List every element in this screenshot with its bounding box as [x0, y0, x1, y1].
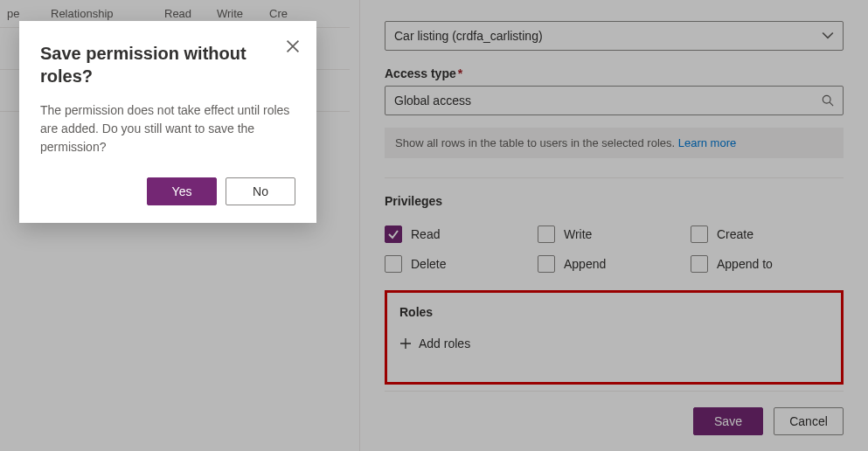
no-button[interactable]: No	[226, 177, 295, 205]
modal-title: Save permission without roles?	[40, 42, 269, 87]
modal-body: The permission does not take effect unti…	[40, 101, 295, 156]
yes-button[interactable]: Yes	[147, 177, 217, 205]
close-icon	[285, 38, 301, 54]
modal-actions: Yes No	[40, 177, 295, 205]
confirm-save-modal: Save permission without roles? The permi…	[19, 21, 316, 223]
close-button[interactable]	[285, 38, 301, 54]
